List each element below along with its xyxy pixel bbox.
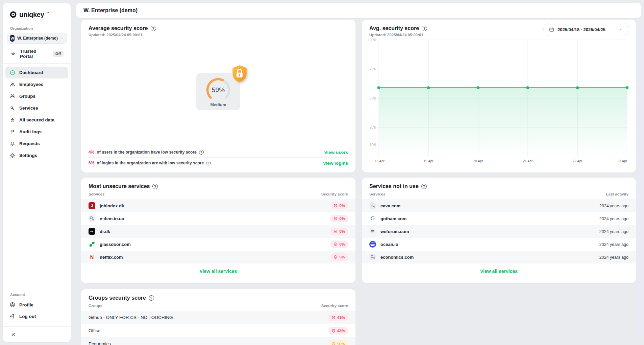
column-security-score: Security score <box>321 192 348 196</box>
column-groups: Groups <box>89 304 102 308</box>
gotham-favicon: G <box>369 215 376 222</box>
last-activity: 2024 years ago <box>599 229 628 234</box>
table-row[interactable]: Office43% <box>81 324 355 337</box>
stat-divider <box>89 157 348 158</box>
service-name: glassdoor.com <box>100 242 131 247</box>
help-icon[interactable]: ? <box>206 161 211 165</box>
security-score-badge: 41% <box>328 314 348 321</box>
table-row[interactable]: ocean.io2024 years ago <box>362 238 636 251</box>
date-range-picker[interactable]: 2025/04/18 - 2025/04/25 <box>543 23 629 36</box>
table-row[interactable]: DRdr.dk0% <box>81 225 355 238</box>
collapse-sidebar-button[interactable] <box>10 331 17 338</box>
dr-favicon: DR <box>89 228 95 235</box>
jobindex-favicon: J <box>89 202 95 209</box>
row-value-cell: 43% <box>328 327 348 335</box>
column-services: Services <box>89 192 104 196</box>
table-row[interactable]: Ggotham.com2024 years ago <box>362 212 636 225</box>
sidebar-item-settings[interactable]: Settings <box>5 150 68 161</box>
organization-name: W. Enterprise (demo) <box>17 36 58 41</box>
page-header: W. Enterprise (demo) <box>76 3 641 18</box>
table-row[interactable]: economics.com2024 years ago <box>362 251 636 263</box>
card-title: Groups security score <box>89 295 146 301</box>
groups-icon <box>9 93 16 99</box>
view-logins-link[interactable]: View logins <box>323 161 348 166</box>
stat-text: of logins in the organization are with l… <box>97 161 204 165</box>
last-activity: 2024 years ago <box>599 216 628 221</box>
help-icon[interactable]: ? <box>199 150 204 155</box>
help-icon[interactable]: ? <box>151 26 156 31</box>
sidebar-item-logout[interactable]: Log out <box>5 310 68 322</box>
row-value-cell: 2024 years ago <box>599 241 628 247</box>
column-last-activity: Last activity <box>606 192 628 196</box>
gotham-favicon: G <box>371 215 375 222</box>
sidebar-item-label: Services <box>19 106 38 111</box>
table-row[interactable]: Economics50% <box>81 337 355 345</box>
sidebar-item-profile[interactable]: Profile <box>5 299 68 310</box>
help-icon[interactable]: ? <box>149 295 154 301</box>
groups-security-score-card: Groups security score ? Groups Security … <box>81 289 355 345</box>
glassdoor-favicon <box>89 241 95 248</box>
netflix-favicon: N <box>90 254 94 260</box>
table-row[interactable]: weforum.com2024 years ago <box>362 225 636 238</box>
double-chevron-left-icon <box>10 331 17 338</box>
row-value-cell: 41% <box>328 314 348 321</box>
sidebar-item-label: All secured data <box>19 117 54 122</box>
help-icon[interactable]: ? <box>421 184 427 189</box>
help-icon[interactable]: ? <box>422 26 427 31</box>
sidebar-item-audit-logs[interactable]: Audit logs <box>5 126 68 138</box>
calendar-icon <box>549 27 554 32</box>
service-name: jobindex.dk <box>100 203 124 208</box>
sidebar-item-label: Audit logs <box>19 129 42 134</box>
service-name: ocean.io <box>380 242 398 247</box>
sidebar-item-all-secured-data[interactable]: All secured data <box>5 114 68 126</box>
view-all-services-link[interactable]: View all services <box>81 269 355 274</box>
security-score-value: 0% <box>339 229 345 233</box>
uniqkey-logo-icon <box>9 11 17 18</box>
sidebar-item-employees[interactable]: Employees <box>5 78 68 90</box>
table-header: Services Last activity <box>362 192 636 196</box>
table-row[interactable]: e-dem.in.ua0% <box>81 212 355 225</box>
avg-security-score-chart-card: Avg. security score ? Updated: 2025/04/2… <box>362 20 636 172</box>
security-score-badge: 0% <box>330 228 348 235</box>
brand-name: uniqkey <box>19 11 44 18</box>
average-security-score-card: Average security score ? Updated: 2025/0… <box>81 20 355 172</box>
row-value-cell: 0% <box>330 202 348 209</box>
row-value-cell: 5% <box>330 253 348 261</box>
services-not-in-use-card: Services not in use ? Services Last acti… <box>362 178 636 283</box>
organization-selector[interactable]: W W. Enterprise (demo) <box>7 33 67 44</box>
sidebar-item-dashboard[interactable]: Dashboard <box>5 67 68 78</box>
sidebar-item-groups[interactable]: Groups <box>5 90 68 102</box>
people-icon <box>9 82 16 88</box>
security-score-value: 0% <box>339 242 345 246</box>
table-row[interactable]: glassdoor.com0% <box>81 238 355 251</box>
sidebar-item-requests[interactable]: Requests <box>5 138 68 150</box>
card-title: Avg. security score <box>369 25 419 31</box>
table-row[interactable]: Nnetflix.com5% <box>81 251 355 263</box>
updated-timestamp: Updated: 2025/04/24 05:00:01 <box>81 33 355 37</box>
table-row[interactable]: Github - ONLY FOR CS - NO TOUCHING41% <box>81 311 355 324</box>
view-all-services-link[interactable]: View all services <box>362 269 636 274</box>
key-favicon <box>369 254 376 260</box>
stat-row-users: 4% of users in the organization have low… <box>89 147 348 157</box>
chevron-down-icon <box>619 27 624 32</box>
vertical-scrollbar[interactable] <box>639 21 642 341</box>
handshake-icon <box>10 51 16 57</box>
service-name: cava.com <box>380 203 400 208</box>
help-icon[interactable]: ? <box>152 184 158 189</box>
gauge-value: 59% <box>196 86 240 94</box>
last-activity: 2024 years ago <box>599 242 628 247</box>
page-title: W. Enterprise (demo) <box>83 7 138 14</box>
flag-icon <box>9 129 16 135</box>
svg-text:19 Apr: 19 Apr <box>424 159 434 163</box>
view-users-link[interactable]: View users <box>324 150 348 155</box>
svg-text:18 Apr: 18 Apr <box>375 159 385 163</box>
group-name: Github - ONLY FOR CS - NO TOUCHING <box>89 315 173 320</box>
sidebar-item-services[interactable]: Services <box>5 102 68 114</box>
security-score-value: 0% <box>339 216 345 221</box>
table-row[interactable]: Jjobindex.dk0% <box>81 199 355 212</box>
table-row[interactable]: cava.com2024 years ago <box>362 199 636 212</box>
row-value-cell: 0% <box>330 228 348 235</box>
shield-check-icon <box>333 255 338 259</box>
trusted-portal-status-badge: Off <box>53 51 64 57</box>
trusted-portal-toggle[interactable]: Trusted Portal Off <box>7 49 67 59</box>
